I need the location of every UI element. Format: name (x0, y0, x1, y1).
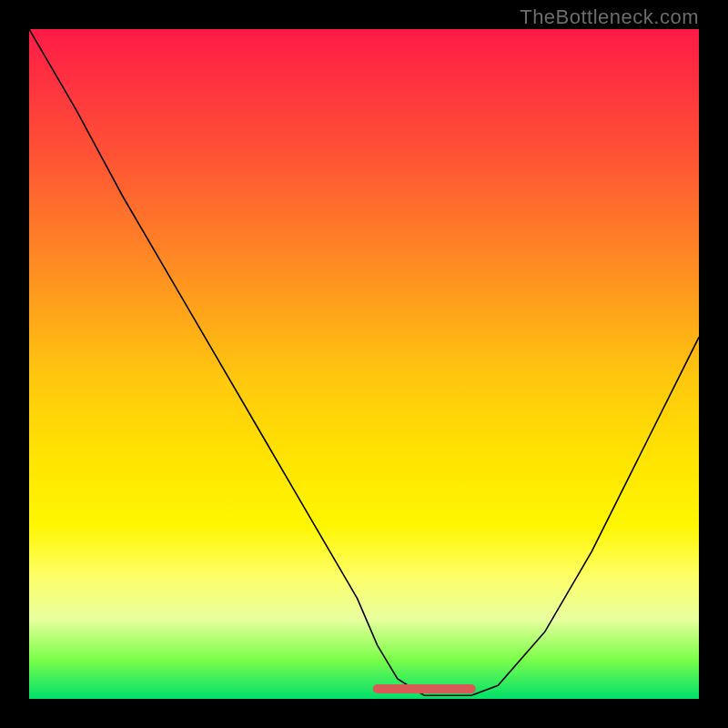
chart-svg (29, 29, 699, 699)
bottleneck-curve (29, 29, 699, 695)
chart-stage: TheBottleneck.com (0, 0, 728, 728)
source-watermark: TheBottleneck.com (520, 5, 699, 29)
chart-plot-area (29, 29, 699, 699)
